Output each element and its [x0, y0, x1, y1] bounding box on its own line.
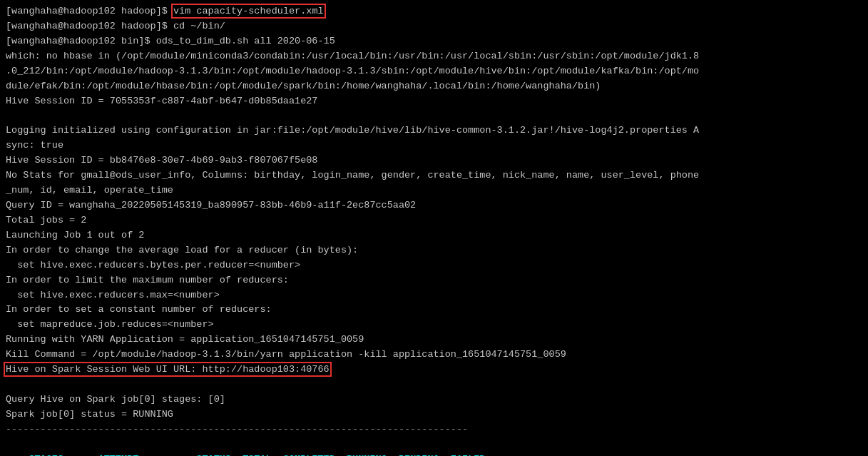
- line-12: No Stats for gmall@ods_user_info, Column…: [6, 168, 862, 183]
- highlight-spark-url: Hive on Spark Session Web UI URL: http:/…: [6, 364, 330, 375]
- line-4: which: no hbase in (/opt/module/minicond…: [6, 49, 862, 64]
- col-status: STATUS: [196, 454, 231, 456]
- col-completed: COMPLETED: [283, 454, 335, 456]
- line-18: set hive.exec.reducers.bytes.per.reducer…: [6, 258, 862, 273]
- line-5: .0_212/bin:/opt/module/hadoop-3.1.3/bin:…: [6, 64, 862, 79]
- line-24: Kill Command = /opt/module/hadoop-3.1.3/…: [6, 348, 862, 363]
- line-25: Hive on Spark Session Web UI URL: http:/…: [6, 363, 862, 378]
- line-21: In order to set a constant number of red…: [6, 303, 862, 318]
- line-16: Launching Job 1 out of 2: [6, 228, 862, 243]
- line-11: Hive Session ID = bb8476e8-30e7-4b69-9ab…: [6, 153, 862, 168]
- col-failed: FAILED: [451, 454, 486, 456]
- highlight-vim-cmd: vim capacity-scheduler.xml: [173, 6, 324, 16]
- line-17: In order to change the average load for …: [6, 243, 862, 258]
- terminal: [wanghaha@hadoop102 hadoop]$ vim capacit…: [0, 0, 868, 456]
- line-27: Query Hive on Spark job[0] stages: [0]: [6, 392, 862, 407]
- prompt-1: [wanghaha@hadoop102 hadoop]$: [6, 6, 173, 16]
- separator-top: ----------------------------------------…: [6, 422, 862, 437]
- line-empty-2: [6, 378, 862, 392]
- line-14: Query ID = wanghaha_20220505145319_ba890…: [6, 198, 862, 213]
- line-13: _num, id, email, operate_time: [6, 183, 862, 198]
- line-28: Spark job[0] status = RUNNING: [6, 407, 862, 422]
- line-23: Running with YARN Application = applicat…: [6, 333, 862, 348]
- line-9: Logging initialized using configuration …: [6, 123, 862, 138]
- line-empty-1: [6, 108, 862, 123]
- col-running: RUNNING: [347, 454, 387, 456]
- line-6: dule/efak/bin:/opt/module/hbase/bin:/opt…: [6, 79, 862, 94]
- col-pending: PENDING: [399, 454, 439, 456]
- line-7: Hive Session ID = 7055353f-c887-4abf-b64…: [6, 94, 862, 109]
- col-total: TOTAL: [242, 454, 272, 456]
- line-20: set hive.exec.reducers.max=<number>: [6, 288, 862, 303]
- line-3: [wanghaha@hadoop102 bin]$ ods_to_dim_db.…: [6, 34, 862, 49]
- line-10: sync: true: [6, 138, 862, 153]
- line-22: set mapreduce.job.reduces=<number>: [6, 318, 862, 333]
- line-15: Total jobs = 2: [6, 213, 862, 228]
- line-19: In order to limit the maximum number of …: [6, 273, 862, 288]
- line-1: [wanghaha@hadoop102 hadoop]$ vim capacit…: [6, 4, 862, 19]
- table-header-row: STAGES ATTEMPT STATUS TOTAL COMPLETED RU…: [6, 437, 862, 456]
- col-stages: STAGES: [29, 454, 63, 456]
- col-attempt: ATTEMPT: [98, 454, 139, 456]
- line-2: [wanghaha@hadoop102 hadoop]$ cd ~/bin/: [6, 19, 862, 34]
